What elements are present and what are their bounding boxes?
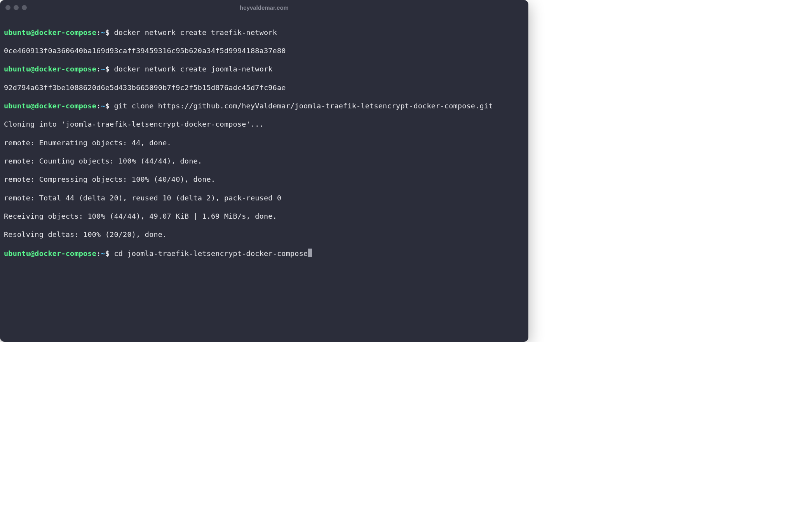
close-icon[interactable]	[5, 5, 10, 10]
output-line: Receiving objects: 100% (44/44), 49.07 K…	[4, 212, 524, 221]
output-line: 0ce460913f0a360640ba169d93caff39459316c9…	[4, 46, 524, 56]
output-line: remote: Compressing objects: 100% (40/40…	[4, 175, 524, 184]
output-line: Cloning into 'joomla-traefik-letsencrypt…	[4, 120, 524, 129]
prompt-dollar: $	[105, 102, 110, 110]
output-line: Resolving deltas: 100% (20/20), done.	[4, 230, 524, 239]
prompt-path: ~	[101, 102, 105, 110]
output-line: remote: Total 44 (delta 20), reused 10 (…	[4, 193, 524, 203]
prompt-dollar: $	[105, 28, 110, 37]
prompt-path: ~	[101, 28, 105, 37]
command-text: docker network create traefik-network	[110, 28, 277, 37]
command-text: docker network create joomla-network	[110, 65, 273, 73]
terminal-window: heyvaldemar.com ubuntu@docker-compose:~$…	[0, 0, 528, 342]
prompt-user-host: ubuntu@docker-compose	[4, 28, 96, 37]
window-controls	[5, 5, 27, 10]
prompt-path: ~	[101, 65, 105, 73]
prompt-colon: :	[96, 65, 101, 73]
window-title: heyvaldemar.com	[0, 4, 528, 11]
cursor-icon	[308, 249, 312, 257]
terminal-line: ubuntu@docker-compose:~$ git clone https…	[4, 101, 524, 111]
prompt-path: ~	[101, 249, 105, 258]
prompt-dollar: $	[105, 249, 110, 258]
prompt-user-host: ubuntu@docker-compose	[4, 65, 96, 73]
output-line: 92d794a63ff3be1088620d6e5d433b665090b7f9…	[4, 83, 524, 92]
minimize-icon[interactable]	[14, 5, 19, 10]
output-line: remote: Enumerating objects: 44, done.	[4, 138, 524, 148]
terminal-line: ubuntu@docker-compose:~$ docker network …	[4, 64, 524, 74]
prompt-colon: :	[96, 28, 101, 37]
prompt-colon: :	[96, 249, 101, 258]
command-text: git clone https://github.com/heyValdemar…	[110, 102, 493, 110]
prompt-colon: :	[96, 102, 101, 110]
prompt-user-host: ubuntu@docker-compose	[4, 249, 96, 258]
command-text: cd joomla-traefik-letsencrypt-docker-com…	[110, 249, 308, 258]
titlebar: heyvaldemar.com	[0, 0, 528, 15]
terminal-line: ubuntu@docker-compose:~$ docker network …	[4, 28, 524, 37]
prompt-user-host: ubuntu@docker-compose	[4, 102, 96, 110]
terminal-line: ubuntu@docker-compose:~$ cd joomla-traef…	[4, 249, 524, 258]
output-line: remote: Counting objects: 100% (44/44), …	[4, 157, 524, 166]
prompt-dollar: $	[105, 65, 110, 73]
maximize-icon[interactable]	[22, 5, 27, 10]
terminal-body[interactable]: ubuntu@docker-compose:~$ docker network …	[0, 15, 528, 280]
